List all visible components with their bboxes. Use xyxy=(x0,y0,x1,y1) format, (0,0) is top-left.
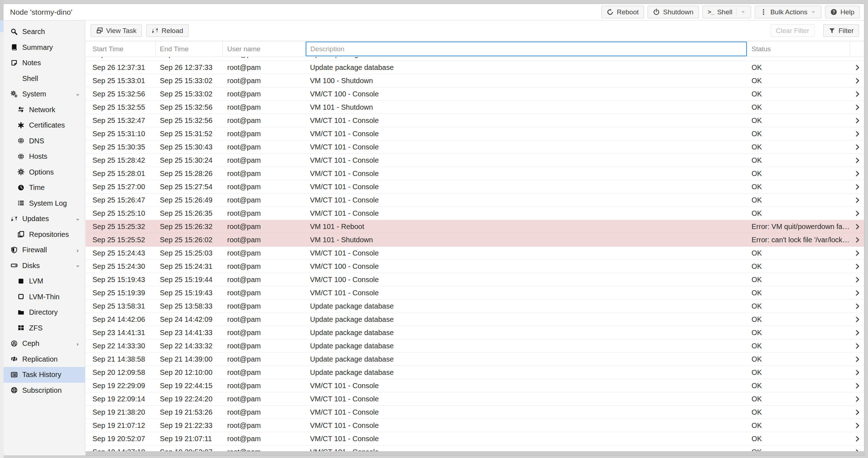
chevron-right-icon[interactable] xyxy=(850,127,864,140)
chevron-down-icon[interactable] xyxy=(75,216,81,222)
task-row[interactable]: Sep 25 15:19:39Sep 25 15:19:43root@pamVM… xyxy=(86,286,864,300)
sidebar-item-repositories[interactable]: Repositories xyxy=(4,227,85,243)
chevron-right-icon[interactable] xyxy=(850,366,864,379)
sidebar-item-shell[interactable]: Shell xyxy=(4,71,85,87)
chevron-right-icon[interactable] xyxy=(850,220,864,233)
sidebar-item-zfs[interactable]: ZFS xyxy=(4,320,85,336)
task-row[interactable]: Sep 26 12:37:31Sep 26 12:37:33root@pamUp… xyxy=(86,61,864,74)
chevron-right-icon[interactable] xyxy=(850,154,864,167)
task-row[interactable]: Sep 25 15:30:35Sep 25 15:30:43root@pamVM… xyxy=(86,140,864,154)
shutdown-button[interactable]: Shutdown xyxy=(648,6,699,18)
task-row[interactable]: Sep 25 15:28:42Sep 25 15:30:24root@pamVM… xyxy=(86,154,864,167)
horizontal-scrollbar[interactable] xyxy=(86,451,864,455)
chevron-down-icon[interactable] xyxy=(75,91,81,97)
task-row[interactable]: Sep 26 12:38:31Sep 26 12:38:33root@pamUp… xyxy=(86,57,864,61)
task-row[interactable]: Sep 25 15:25:32Sep 25 15:26:32root@pamVM… xyxy=(86,220,864,233)
chevron-right-icon[interactable] xyxy=(850,87,864,100)
filter-button[interactable]: Filter xyxy=(823,24,859,37)
bulk-actions-button[interactable]: Bulk Actions xyxy=(755,6,821,18)
task-row[interactable]: Sep 25 15:32:56Sep 25 15:33:02root@pamVM… xyxy=(86,87,864,101)
column-header-status[interactable]: Status xyxy=(747,41,850,57)
sidebar-item-directory[interactable]: Directory xyxy=(4,305,85,320)
chevron-right-icon[interactable] xyxy=(75,341,81,347)
chevron-right-icon[interactable] xyxy=(850,419,864,432)
task-row[interactable]: Sep 19 21:38:20Sep 19 21:53:26root@pamVM… xyxy=(86,406,864,419)
sidebar-item-time[interactable]: Time xyxy=(4,180,85,196)
sidebar-item-task-history[interactable]: Task History xyxy=(4,367,85,383)
task-row[interactable]: Sep 25 15:24:43Sep 25 15:25:03root@pamVM… xyxy=(86,247,864,260)
chevron-right-icon[interactable] xyxy=(850,180,864,193)
task-row[interactable]: Sep 25 15:25:52Sep 25 15:26:02root@pamVM… xyxy=(86,233,864,247)
help-button[interactable]: ? Help xyxy=(825,6,860,18)
task-row[interactable]: Sep 25 15:31:10Sep 25 15:31:52root@pamVM… xyxy=(86,127,864,140)
task-row[interactable]: Sep 22 14:33:30Sep 22 14:33:32root@pamUp… xyxy=(86,339,864,353)
chevron-right-icon[interactable] xyxy=(850,194,864,206)
chevron-right-icon[interactable] xyxy=(850,353,864,366)
task-row[interactable]: Sep 25 13:58:31Sep 25 13:58:33root@pamUp… xyxy=(86,300,864,313)
sidebar-item-system[interactable]: System xyxy=(4,86,85,102)
task-row[interactable]: Sep 25 15:28:01Sep 25 15:28:26root@pamVM… xyxy=(86,167,864,180)
sidebar-item-hosts[interactable]: Hosts xyxy=(4,149,85,164)
chevron-right-icon[interactable] xyxy=(75,247,81,253)
sidebar-item-dns[interactable]: DNS xyxy=(4,133,85,149)
chevron-down-icon[interactable] xyxy=(75,263,81,268)
column-header-user-name[interactable]: User name xyxy=(223,41,306,57)
reboot-button[interactable]: Reboot xyxy=(601,6,644,18)
sidebar-item-firewall[interactable]: Firewall xyxy=(4,242,85,258)
chevron-right-icon[interactable] xyxy=(850,260,864,273)
sidebar-item-network[interactable]: Network xyxy=(4,102,85,118)
sidebar-item-options[interactable]: Options xyxy=(4,164,85,180)
task-row[interactable]: Sep 19 20:52:07Sep 19 21:07:11root@pamVM… xyxy=(86,432,864,445)
view-task-button[interactable]: View Task xyxy=(91,24,142,37)
sidebar-item-disks[interactable]: Disks xyxy=(4,258,85,274)
chevron-right-icon[interactable] xyxy=(850,101,864,114)
task-row[interactable]: Sep 24 14:42:06Sep 24 14:42:09root@pamUp… xyxy=(86,313,864,326)
chevron-right-icon[interactable] xyxy=(850,247,864,259)
task-row[interactable]: Sep 23 14:41:31Sep 23 14:41:33root@pamUp… xyxy=(86,326,864,339)
task-row[interactable]: Sep 25 15:32:47Sep 25 15:32:56root@pamVM… xyxy=(86,114,864,127)
reload-button[interactable]: Reload xyxy=(146,24,189,37)
task-row[interactable]: Sep 25 15:32:55Sep 25 15:32:56root@pamVM… xyxy=(86,101,864,114)
task-row[interactable]: Sep 25 15:24:30Sep 25 15:24:31root@pamVM… xyxy=(86,260,864,273)
chevron-right-icon[interactable] xyxy=(850,300,864,313)
task-row[interactable]: Sep 19 14:37:18Sep 19 20:52:07root@pamVM… xyxy=(86,445,864,451)
sidebar-item-search[interactable]: Search xyxy=(4,24,85,40)
chevron-right-icon[interactable] xyxy=(850,61,864,74)
sidebar-item-updates[interactable]: Updates xyxy=(4,211,85,227)
column-header-start-time[interactable]: Start Time xyxy=(86,41,156,57)
chevron-right-icon[interactable] xyxy=(850,379,864,392)
task-row[interactable]: Sep 19 22:09:14Sep 19 22:24:20root@pamVM… xyxy=(86,392,864,406)
sidebar-item-certificates[interactable]: Certificates xyxy=(4,118,85,133)
chevron-right-icon[interactable] xyxy=(850,233,864,246)
sidebar-item-ceph[interactable]: Ceph xyxy=(4,336,85,352)
chevron-right-icon[interactable] xyxy=(850,114,864,127)
chevron-right-icon[interactable] xyxy=(850,167,864,180)
chevron-right-icon[interactable] xyxy=(850,273,864,286)
chevron-right-icon[interactable] xyxy=(850,57,864,61)
sidebar-item-replication[interactable]: Replication xyxy=(4,352,85,367)
task-row[interactable]: Sep 25 15:27:00Sep 25 15:27:54root@pamVM… xyxy=(86,180,864,194)
chevron-right-icon[interactable] xyxy=(850,286,864,299)
chevron-right-icon[interactable] xyxy=(850,74,864,87)
task-row[interactable]: Sep 20 12:09:58Sep 20 12:10:00root@pamUp… xyxy=(86,366,864,379)
chevron-down-icon[interactable] xyxy=(740,9,746,15)
sidebar-item-notes[interactable]: Notes xyxy=(4,55,85,71)
chevron-right-icon[interactable] xyxy=(850,392,864,405)
description-filter-input[interactable] xyxy=(306,42,747,56)
sidebar-item-lvm-thin[interactable]: LVM-Thin xyxy=(4,289,85,305)
task-row[interactable]: Sep 19 22:29:09Sep 19 22:44:15root@pamVM… xyxy=(86,379,864,392)
sidebar-item-lvm[interactable]: LVM xyxy=(4,273,85,289)
chevron-right-icon[interactable] xyxy=(850,326,864,339)
task-row[interactable]: Sep 21 14:38:58Sep 21 14:39:00root@pamUp… xyxy=(86,353,864,366)
sidebar-item-subscription[interactable]: Subscription xyxy=(4,383,85,399)
task-row[interactable]: Sep 19 21:07:12Sep 19 21:22:33root@pamVM… xyxy=(86,419,864,432)
task-row[interactable]: Sep 25 15:33:01Sep 25 15:33:02root@pamVM… xyxy=(86,74,864,87)
clear-filter-button[interactable]: Clear Filter xyxy=(771,24,815,37)
sidebar-item-summary[interactable]: Summary xyxy=(4,40,85,56)
task-row[interactable]: Sep 25 15:26:47Sep 25 15:26:49root@pamVM… xyxy=(86,194,864,207)
chevron-right-icon[interactable] xyxy=(850,339,864,352)
sidebar-item-system-log[interactable]: System Log xyxy=(4,196,85,211)
column-header-end-time[interactable]: End Time xyxy=(156,41,223,57)
task-row[interactable]: Sep 25 15:25:10Sep 25 15:26:35root@pamVM… xyxy=(86,207,864,220)
chevron-right-icon[interactable] xyxy=(850,207,864,220)
